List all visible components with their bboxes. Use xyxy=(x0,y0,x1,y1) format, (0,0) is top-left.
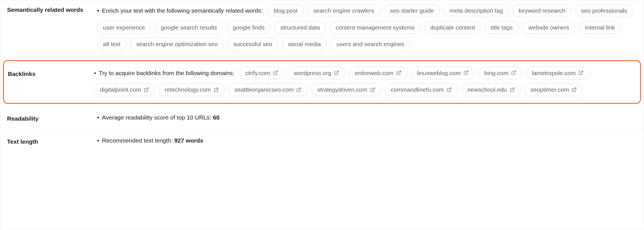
svg-line-0 xyxy=(275,71,277,73)
backlink-domain-text: seattleorganicseo.com xyxy=(234,85,294,94)
semantic-word-pill: google finds xyxy=(227,21,270,34)
section-backlinks-highlight: Backlinks • Try to acquire backlinks fro… xyxy=(3,60,641,104)
svg-line-9 xyxy=(372,88,374,90)
readability-value: 60 xyxy=(213,113,220,122)
backlink-domain-pill[interactable]: entireweb.com xyxy=(349,67,407,80)
svg-line-1 xyxy=(336,71,338,73)
bullet-icon: • xyxy=(97,136,99,145)
semantic-label: Semantically related words xyxy=(7,4,97,14)
backlink-domain-pill[interactable]: commandlinefu.com xyxy=(385,83,458,96)
external-link-icon xyxy=(578,70,583,75)
analysis-panel: Semantically related words • Enrich your… xyxy=(0,0,644,230)
readability-intro-text: Average readability score of top 10 URLs… xyxy=(102,113,211,122)
semantic-word-pill: structured data xyxy=(274,21,326,34)
semantic-word-pill: users and search engines xyxy=(331,38,410,51)
textlength-intro-text: Recommended text length: xyxy=(102,136,173,145)
external-link-icon xyxy=(214,87,219,92)
semantic-word-pill: blog post xyxy=(268,4,303,17)
backlinks-body: • Try to acquire backlinks from the foll… xyxy=(94,67,636,96)
backlink-domain-text: bing.com xyxy=(484,69,508,78)
backlink-domain-pill[interactable]: seattleorganicseo.com xyxy=(229,83,307,96)
backlink-domain-text: retechnology.com xyxy=(165,85,211,94)
svg-line-11 xyxy=(512,88,514,90)
external-link-icon xyxy=(334,70,339,75)
semantic-word-pill: search engine crawlers xyxy=(307,4,380,17)
semantic-word-pill: seo starter guide xyxy=(384,4,440,17)
external-link-icon xyxy=(144,87,149,92)
semantic-word-pill: alt text xyxy=(97,38,126,51)
svg-line-2 xyxy=(398,71,401,73)
backlink-domain-text: ctrify.com xyxy=(245,69,270,78)
external-link-icon xyxy=(370,87,375,92)
semantic-word-pill: website owners xyxy=(523,21,575,34)
semantic-word-pill: search engine optimization seo xyxy=(130,38,224,51)
readability-intro: • Average readability score of top 10 UR… xyxy=(97,113,220,122)
svg-line-12 xyxy=(574,88,576,90)
textlength-value: 927 words xyxy=(174,136,203,145)
svg-line-8 xyxy=(299,88,301,90)
bullet-icon: • xyxy=(94,69,96,78)
backlink-domain-text: strategydriven.com xyxy=(317,85,367,94)
backlink-domain-pill[interactable]: strategydriven.com xyxy=(311,83,381,96)
backlink-domain-text: lametropole.com xyxy=(532,69,576,78)
backlinks-intro: • Try to acquire backlinks from the foll… xyxy=(94,69,234,78)
semantic-word-pill: google search results xyxy=(155,21,223,34)
backlink-domain-pill[interactable]: bing.com xyxy=(478,67,522,80)
backlink-domain-pill[interactable]: newschool.edu xyxy=(462,83,521,96)
external-link-icon xyxy=(396,70,401,75)
semantic-word-pill: user experience xyxy=(97,21,151,34)
backlink-domain-text: entireweb.com xyxy=(355,69,393,78)
semantic-word-pill: title tags xyxy=(485,21,518,34)
backlink-domain-text: newschool.edu xyxy=(468,85,507,94)
backlink-domain-pill[interactable]: linuxweblog.com xyxy=(411,67,475,80)
svg-line-6 xyxy=(146,88,148,90)
svg-line-10 xyxy=(449,88,451,90)
external-link-icon xyxy=(464,70,469,75)
external-link-icon xyxy=(296,87,301,92)
external-link-icon xyxy=(511,70,516,75)
backlink-domain-text: linuxweblog.com xyxy=(417,69,461,78)
bullet-icon: • xyxy=(97,6,99,15)
backlinks-label: Backlinks xyxy=(8,67,94,78)
textlength-label: Text length xyxy=(7,136,97,146)
svg-line-5 xyxy=(581,71,583,73)
backlinks-intro-text: Try to acquire backlinks from the follow… xyxy=(99,69,234,78)
section-semantic-words: Semantically related words • Enrich your… xyxy=(0,0,644,57)
backlink-domain-pill[interactable]: seoptimer.com xyxy=(525,83,583,96)
semantic-intro-text: Enrich your text with the following sema… xyxy=(102,6,263,15)
semantic-word-pill: social media xyxy=(282,38,327,51)
semantic-intro: • Enrich your text with the following se… xyxy=(97,6,263,15)
readability-label: Readability xyxy=(7,113,97,123)
backlink-domain-pill[interactable]: wordpress.org xyxy=(288,67,345,80)
external-link-icon xyxy=(447,87,452,92)
svg-line-7 xyxy=(216,88,218,90)
backlink-domain-text: seoptimer.com xyxy=(531,85,569,94)
svg-line-3 xyxy=(466,71,468,73)
backlink-domain-pill[interactable]: lametropole.com xyxy=(526,67,589,80)
semantic-word-pill: meta description tag xyxy=(444,4,509,17)
svg-line-4 xyxy=(513,71,516,73)
backlink-domain-pill[interactable]: ctrify.com xyxy=(240,67,284,80)
section-readability: Readability • Average readability score … xyxy=(0,107,644,130)
semantic-word-pill: content management systems xyxy=(330,21,420,34)
backlink-domain-text: wordpress.org xyxy=(294,69,331,78)
bullet-icon: • xyxy=(97,113,99,122)
semantic-word-pill: keyword research xyxy=(513,4,571,17)
backlink-domain-pill[interactable]: retechnology.com xyxy=(159,83,225,96)
semantic-word-pill: seo professionals xyxy=(575,4,633,17)
backlink-domain-text: commandlinefu.com xyxy=(391,85,444,94)
external-link-icon xyxy=(572,87,577,92)
semantic-word-pill: internal link xyxy=(579,21,621,34)
backlink-domain-text: digitalpoint.com xyxy=(100,85,141,94)
backlink-domain-pill[interactable]: digitalpoint.com xyxy=(94,83,155,96)
readability-body: • Average readability score of top 10 UR… xyxy=(97,113,637,122)
external-link-icon xyxy=(510,87,515,92)
textlength-intro: • Recommended text length: 927 words xyxy=(97,136,203,145)
semantic-word-pill: successful seo xyxy=(227,38,278,51)
external-link-icon xyxy=(273,70,278,75)
semantic-body: • Enrich your text with the following se… xyxy=(97,4,637,51)
section-text-length: Text length • Recommended text length: 9… xyxy=(0,130,644,153)
textlength-body: • Recommended text length: 927 words xyxy=(97,136,637,145)
semantic-word-pill: duplicate content xyxy=(424,21,481,34)
